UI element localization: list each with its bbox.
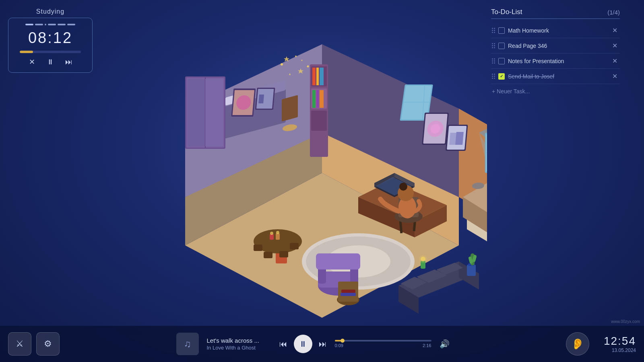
music-album-art: ♫ (176, 333, 199, 355)
svg-point-53 (399, 183, 407, 191)
volume-icon: 🔊 (440, 339, 450, 349)
pause-icon: ⏸ (299, 339, 307, 349)
room-illustration (157, 44, 487, 318)
svg-rect-14 (311, 111, 327, 131)
bottom-bar: ⚔ ⚙ ♫ Let's walk across ... In Love With… (0, 326, 644, 362)
svg-rect-108 (254, 245, 262, 251)
music-total-time: 2:16 (423, 343, 431, 348)
svg-rect-31 (188, 79, 204, 146)
svg-rect-21 (320, 90, 324, 108)
music-controls: ⏮ ⏸ ⏭ (279, 335, 327, 353)
svg-rect-81 (341, 293, 356, 296)
svg-rect-19 (312, 90, 316, 108)
svg-rect-110 (264, 252, 272, 258)
music-next-button[interactable]: ⏭ (319, 339, 327, 349)
clock-time: 12:54 (596, 335, 636, 348)
music-artist: In Love With a Ghost (207, 345, 271, 351)
music-note-icon: ♫ (184, 338, 191, 350)
svg-point-37 (301, 60, 303, 61)
svg-rect-27 (258, 95, 264, 103)
ear-icon: 👂 (571, 338, 584, 350)
svg-rect-104 (270, 234, 274, 240)
svg-point-35 (307, 66, 309, 68)
music-prev-button[interactable]: ⏮ (279, 339, 287, 349)
svg-rect-111 (279, 251, 288, 257)
svg-rect-9 (282, 95, 298, 121)
gear-icon: ⚙ (44, 339, 52, 349)
svg-point-91 (419, 255, 427, 263)
bottom-right: 👂 12:54 13.05.2024 (566, 332, 636, 356)
clock-date: 13.05.2024 (612, 348, 636, 353)
watermark: www.00zyx.com (611, 319, 640, 324)
isometric-room (157, 44, 487, 318)
music-times: 0:09 2:16 (335, 343, 431, 348)
svg-rect-98 (467, 265, 476, 276)
svg-rect-18 (320, 68, 324, 85)
svg-point-106 (270, 232, 273, 235)
music-title: Let's walk across ... (207, 337, 271, 344)
svg-rect-20 (316, 90, 319, 108)
svg-rect-32 (205, 79, 223, 146)
sword-button[interactable]: ⚔ (8, 332, 31, 356)
clock-section: 12:54 13.05.2024 (596, 335, 636, 353)
music-progress-bar[interactable] (335, 340, 431, 341)
svg-rect-109 (290, 243, 299, 249)
music-progress-section: 0:09 2:16 (335, 340, 431, 348)
svg-rect-78 (316, 253, 360, 269)
prev-icon: ⏮ (279, 339, 287, 349)
svg-point-36 (289, 74, 291, 75)
sword-icon: ⚔ (16, 339, 24, 349)
svg-point-34 (295, 56, 297, 57)
music-volume: 🔊 (440, 339, 450, 349)
music-player: ♫ Let's walk across ... In Love With a G… (60, 333, 566, 355)
music-pause-button[interactable]: ⏸ (294, 335, 312, 353)
svg-rect-127 (455, 132, 464, 145)
settings-button[interactable]: ⚙ (36, 332, 60, 356)
svg-rect-82 (341, 290, 355, 293)
next-icon: ⏭ (319, 339, 327, 349)
ear-button[interactable]: 👂 (566, 332, 589, 356)
bottom-left-icons: ⚔ ⚙ (8, 332, 60, 356)
svg-rect-17 (316, 68, 319, 85)
music-progress-fill (335, 340, 343, 341)
game-scene (0, 0, 644, 362)
svg-rect-105 (276, 233, 280, 240)
svg-point-107 (276, 231, 279, 234)
svg-point-33 (281, 63, 283, 66)
svg-rect-16 (312, 68, 316, 85)
svg-rect-15 (311, 133, 327, 155)
music-info: Let's walk across ... In Love With a Gho… (207, 337, 271, 351)
music-current-time: 0:09 (335, 343, 343, 348)
